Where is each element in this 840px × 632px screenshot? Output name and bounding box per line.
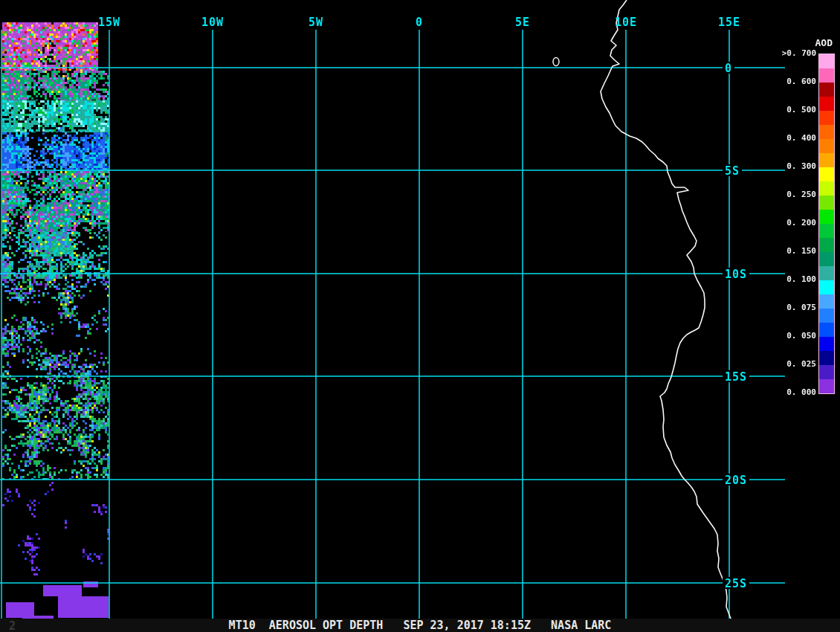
colorbar-block-14	[819, 252, 834, 266]
lon-label-15W: 15W	[87, 16, 132, 29]
colorbar-block-4	[819, 111, 834, 125]
lon-label-0: 0	[397, 16, 442, 29]
lat-label-15S: 15S	[723, 370, 749, 382]
lon-label-10E: 10E	[604, 16, 648, 29]
corner-mark: 2	[9, 619, 16, 632]
map-overlay-svg	[0, 0, 840, 632]
colorbar-block-8	[819, 167, 834, 181]
colorbar-block-22	[819, 365, 834, 379]
lon-label-5W: 5W	[294, 16, 338, 29]
colorbar-tick-label: 0. 000	[773, 387, 816, 399]
colorbar-block-9	[819, 181, 834, 196]
colorbar-block-20	[819, 337, 834, 351]
colorbar-block-13	[819, 238, 834, 252]
colorbar-tick-label: 0. 400	[773, 133, 816, 145]
colorbar-block-6	[819, 139, 834, 153]
colorbar-tick-label: 0. 250	[773, 190, 816, 201]
colorbar-block-17	[819, 294, 834, 309]
aod-colorbar: AOD >0. 7000. 6000. 5000. 4000. 3000. 25…	[773, 34, 840, 407]
colorbar-block-0	[819, 54, 834, 68]
lon-label-10W: 10W	[190, 16, 235, 29]
colorbar-scale	[818, 54, 835, 394]
lat-label-0: 0	[723, 62, 734, 74]
colorbar-block-15	[819, 266, 834, 280]
product-caption: MT10 AEROSOL OPT DEPTH SEP 23, 2017 18:1…	[229, 619, 612, 632]
colorbar-tick-label: 0. 500	[773, 105, 816, 117]
aod-map-product: AOD >0. 7000. 6000. 5000. 4000. 3000. 25…	[0, 0, 840, 632]
lat-label-5S: 5S	[723, 164, 742, 176]
colorbar-block-16	[819, 280, 834, 294]
colorbar-tick-label: 0. 200	[773, 218, 816, 230]
colorbar-block-10	[819, 196, 834, 210]
colorbar-tick-label: 0. 025	[773, 359, 816, 371]
colorbar-block-11	[819, 210, 834, 224]
colorbar-block-3	[819, 97, 834, 111]
colorbar-block-23	[819, 379, 834, 393]
africa-coastline-path	[601, 0, 734, 632]
colorbar-tick-label: 0. 300	[773, 161, 816, 173]
colorbar-tick-label: 0. 075	[773, 303, 816, 315]
colorbar-block-7	[819, 153, 834, 167]
island-outline	[553, 58, 559, 66]
colorbar-tick-label: 0. 100	[773, 274, 816, 286]
colorbar-block-5	[819, 125, 834, 139]
caption-bar: 2 MT10 AEROSOL OPT DEPTH SEP 23, 2017 18…	[0, 619, 840, 632]
lon-label-15E: 15E	[707, 16, 752, 29]
colorbar-block-12	[819, 224, 834, 238]
colorbar-tick-label: 0. 150	[773, 246, 816, 258]
lat-label-20S: 20S	[723, 474, 749, 486]
lon-label-5E: 5E	[500, 16, 545, 29]
colorbar-tick-label: 0. 050	[773, 331, 816, 343]
colorbar-tick-label: 0. 600	[773, 77, 816, 88]
colorbar-tick-label: >0. 700	[773, 48, 816, 60]
colorbar-block-19	[819, 323, 834, 337]
lat-label-10S: 10S	[723, 268, 749, 280]
colorbar-block-1	[819, 68, 834, 83]
colorbar-block-21	[819, 351, 834, 365]
colorbar-block-18	[819, 309, 834, 323]
lat-label-25S: 25S	[723, 577, 749, 589]
colorbar-title: AOD	[773, 37, 833, 48]
colorbar-block-2	[819, 83, 834, 97]
